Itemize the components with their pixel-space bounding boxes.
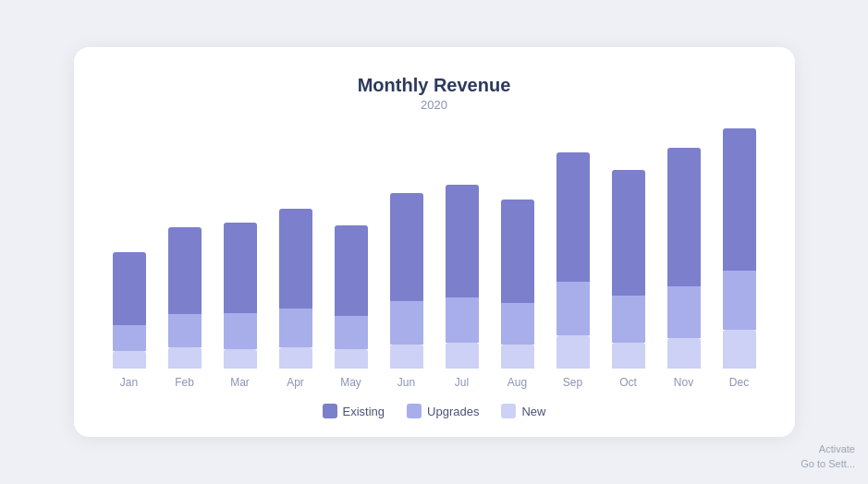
bar-month-label: Feb xyxy=(175,376,194,389)
chart-card: Monthly Revenue 2020 JanFebMarAprMayJunJ… xyxy=(74,47,795,437)
bar-segment-existing xyxy=(667,148,701,286)
bar-segment-upgrades xyxy=(556,282,590,335)
bar-segment-new xyxy=(612,343,645,369)
bar-group-nov: Nov xyxy=(656,148,712,389)
bar-group-aug: Aug xyxy=(490,200,545,389)
legend-item-upgrades: Upgrades xyxy=(407,404,479,418)
chart-area: JanFebMarAprMayJunJulAugSepOctNovDec Exi… xyxy=(102,130,767,418)
bar-month-label: Mar xyxy=(230,376,250,389)
bar-group-sep: Sep xyxy=(545,152,601,389)
bar-segment-existing xyxy=(224,223,257,313)
bar-segment-upgrades xyxy=(390,301,423,345)
bar-segment-upgrades xyxy=(723,271,756,330)
bar-group-oct: Oct xyxy=(601,170,656,389)
bar-stack xyxy=(446,185,479,369)
bar-segment-new xyxy=(335,349,368,369)
bar-segment-new xyxy=(446,343,479,369)
bar-segment-upgrades xyxy=(168,314,202,347)
bar-segment-upgrades xyxy=(279,309,312,347)
bar-segment-new xyxy=(501,345,534,369)
bar-segment-new xyxy=(168,347,202,369)
bar-group-dec: Dec xyxy=(712,128,767,389)
legend-item-new: New xyxy=(501,404,545,418)
bar-group-may: May xyxy=(324,225,379,389)
legend-swatch-new xyxy=(501,404,516,418)
bar-segment-upgrades xyxy=(501,303,534,345)
bar-stack xyxy=(667,148,701,369)
bar-group-mar: Mar xyxy=(213,223,268,389)
bar-segment-existing xyxy=(335,225,368,316)
bar-segment-existing xyxy=(446,185,479,297)
bar-month-label: Oct xyxy=(619,376,637,389)
bar-stack xyxy=(113,252,146,369)
bar-segment-existing xyxy=(501,200,534,303)
bar-segment-upgrades xyxy=(446,297,479,343)
bar-segment-existing xyxy=(279,209,312,309)
bar-month-label: Nov xyxy=(674,376,693,389)
bars-row: JanFebMarAprMayJunJulAugSepOctNovDec xyxy=(102,130,767,389)
bar-month-label: Sep xyxy=(563,376,582,389)
legend-label-existing: Existing xyxy=(343,405,385,418)
bar-segment-existing xyxy=(390,193,423,301)
bar-segment-upgrades xyxy=(612,296,645,343)
bar-segment-new xyxy=(667,338,701,369)
chart-title: Monthly Revenue xyxy=(102,75,767,96)
chart-subtitle: 2020 xyxy=(102,98,767,112)
bar-group-jul: Jul xyxy=(434,185,490,389)
legend: ExistingUpgradesNew xyxy=(102,404,767,418)
bar-stack xyxy=(279,209,312,369)
bar-segment-existing xyxy=(168,227,202,314)
bar-stack xyxy=(335,225,368,369)
bar-month-label: Jan xyxy=(120,376,138,389)
bar-stack xyxy=(390,193,423,369)
bar-segment-new xyxy=(279,347,312,369)
bar-stack xyxy=(224,223,257,369)
bar-month-label: Jul xyxy=(455,376,469,389)
bar-segment-existing xyxy=(612,170,645,296)
bar-segment-upgrades xyxy=(113,325,146,351)
bar-segment-upgrades xyxy=(335,316,368,349)
bar-stack xyxy=(501,200,534,369)
bar-segment-existing xyxy=(556,152,590,282)
bar-segment-new xyxy=(723,330,756,369)
bar-stack xyxy=(723,128,756,369)
legend-label-new: New xyxy=(521,405,545,418)
bar-month-label: Apr xyxy=(287,376,304,389)
bar-stack xyxy=(168,227,202,369)
bar-month-label: Dec xyxy=(729,376,749,389)
bar-stack xyxy=(612,170,645,369)
bar-group-feb: Feb xyxy=(157,227,213,389)
bar-segment-new xyxy=(113,351,146,369)
bar-group-jun: Jun xyxy=(379,193,434,389)
bar-segment-upgrades xyxy=(224,313,257,349)
bar-segment-new xyxy=(556,335,590,369)
legend-label-upgrades: Upgrades xyxy=(427,405,479,418)
bar-segment-new xyxy=(390,345,423,369)
bar-group-jan: Jan xyxy=(102,252,157,389)
bar-stack xyxy=(556,152,590,369)
legend-item-existing: Existing xyxy=(323,404,385,418)
activate-watermark: Activate Go to Sett... xyxy=(801,442,855,471)
legend-swatch-upgrades xyxy=(407,404,422,418)
bar-segment-existing xyxy=(113,252,146,325)
bar-segment-new xyxy=(224,349,257,369)
legend-swatch-existing xyxy=(323,404,337,418)
bar-group-apr: Apr xyxy=(268,209,324,389)
bar-segment-upgrades xyxy=(667,286,701,338)
bar-segment-existing xyxy=(723,128,756,271)
bar-month-label: May xyxy=(340,376,361,389)
bar-month-label: Aug xyxy=(507,376,527,389)
bar-month-label: Jun xyxy=(397,376,415,389)
